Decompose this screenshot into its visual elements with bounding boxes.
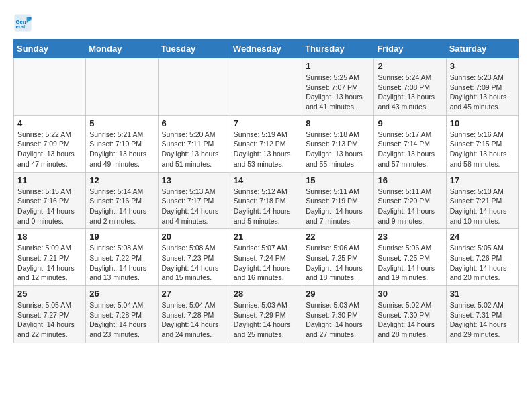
day-info: Sunrise: 5:21 AM Sunset: 7:10 PM Dayligh… — [89, 130, 154, 169]
day-info: Sunrise: 5:20 AM Sunset: 7:11 PM Dayligh… — [162, 130, 226, 169]
calendar-cell: 30Sunrise: 5:02 AM Sunset: 7:30 PM Dayli… — [374, 286, 446, 343]
calendar-cell — [86, 58, 158, 116]
day-number: 21 — [234, 232, 298, 242]
day-info: Sunrise: 5:16 AM Sunset: 7:15 PM Dayligh… — [450, 130, 515, 169]
day-info: Sunrise: 5:08 AM Sunset: 7:23 PM Dayligh… — [162, 243, 226, 283]
calendar-cell: 26Sunrise: 5:04 AM Sunset: 7:28 PM Dayli… — [86, 286, 158, 343]
header-wednesday: Wednesday — [230, 40, 302, 58]
calendar-cell: 5Sunrise: 5:21 AM Sunset: 7:10 PM Daylig… — [86, 115, 158, 172]
day-number: 17 — [450, 175, 515, 185]
calendar-cell: 18Sunrise: 5:09 AM Sunset: 7:21 PM Dayli… — [14, 229, 86, 286]
day-number: 16 — [378, 175, 442, 185]
header-saturday: Saturday — [446, 40, 518, 58]
day-number: 13 — [162, 175, 226, 185]
calendar-cell: 9Sunrise: 5:17 AM Sunset: 7:14 PM Daylig… — [374, 115, 446, 172]
day-number: 22 — [306, 232, 370, 242]
day-number: 29 — [306, 289, 370, 299]
day-number: 20 — [162, 232, 226, 242]
week-row-2: 4Sunrise: 5:22 AM Sunset: 7:09 PM Daylig… — [14, 115, 519, 172]
day-info: Sunrise: 5:02 AM Sunset: 7:31 PM Dayligh… — [450, 300, 515, 340]
day-number: 1 — [306, 61, 370, 71]
calendar-cell: 11Sunrise: 5:15 AM Sunset: 7:16 PM Dayli… — [14, 172, 86, 229]
header-sunday: Sunday — [14, 40, 86, 58]
day-info: Sunrise: 5:10 AM Sunset: 7:21 PM Dayligh… — [450, 187, 515, 226]
header-friday: Friday — [374, 40, 446, 58]
week-row-5: 25Sunrise: 5:05 AM Sunset: 7:27 PM Dayli… — [14, 286, 519, 343]
day-number: 3 — [450, 61, 515, 71]
week-row-3: 11Sunrise: 5:15 AM Sunset: 7:16 PM Dayli… — [14, 172, 519, 229]
calendar-cell: 8Sunrise: 5:18 AM Sunset: 7:13 PM Daylig… — [302, 115, 374, 172]
header-tuesday: Tuesday — [158, 40, 230, 58]
day-info: Sunrise: 5:14 AM Sunset: 7:16 PM Dayligh… — [89, 187, 154, 226]
day-number: 11 — [17, 175, 82, 185]
day-info: Sunrise: 5:19 AM Sunset: 7:12 PM Dayligh… — [234, 130, 298, 169]
logo: Gen eral — [13, 13, 35, 32]
week-row-4: 18Sunrise: 5:09 AM Sunset: 7:21 PM Dayli… — [14, 229, 519, 286]
day-number: 7 — [234, 118, 298, 128]
day-number: 12 — [89, 175, 154, 185]
calendar-cell: 27Sunrise: 5:04 AM Sunset: 7:28 PM Dayli… — [158, 286, 230, 343]
calendar-cell: 1Sunrise: 5:25 AM Sunset: 7:07 PM Daylig… — [302, 58, 374, 116]
day-info: Sunrise: 5:13 AM Sunset: 7:17 PM Dayligh… — [162, 187, 226, 226]
calendar-cell: 19Sunrise: 5:08 AM Sunset: 7:22 PM Dayli… — [86, 229, 158, 286]
day-info: Sunrise: 5:08 AM Sunset: 7:22 PM Dayligh… — [89, 243, 154, 283]
day-number: 18 — [17, 232, 82, 242]
day-number: 10 — [450, 118, 515, 128]
day-info: Sunrise: 5:22 AM Sunset: 7:09 PM Dayligh… — [17, 130, 82, 169]
day-number: 31 — [450, 289, 515, 299]
day-number: 24 — [450, 232, 515, 242]
day-info: Sunrise: 5:02 AM Sunset: 7:30 PM Dayligh… — [378, 300, 442, 340]
day-info: Sunrise: 5:15 AM Sunset: 7:16 PM Dayligh… — [17, 187, 82, 226]
day-info: Sunrise: 5:24 AM Sunset: 7:08 PM Dayligh… — [378, 73, 442, 112]
day-info: Sunrise: 5:23 AM Sunset: 7:09 PM Dayligh… — [450, 73, 515, 112]
calendar-cell: 6Sunrise: 5:20 AM Sunset: 7:11 PM Daylig… — [158, 115, 230, 172]
day-number: 6 — [162, 118, 226, 128]
day-number: 5 — [89, 118, 154, 128]
day-info: Sunrise: 5:05 AM Sunset: 7:27 PM Dayligh… — [17, 300, 82, 340]
calendar-cell: 31Sunrise: 5:02 AM Sunset: 7:31 PM Dayli… — [446, 286, 518, 343]
header-thursday: Thursday — [302, 40, 374, 58]
day-info: Sunrise: 5:12 AM Sunset: 7:18 PM Dayligh… — [234, 187, 298, 226]
day-info: Sunrise: 5:04 AM Sunset: 7:28 PM Dayligh… — [162, 300, 226, 340]
calendar-cell: 14Sunrise: 5:12 AM Sunset: 7:18 PM Dayli… — [230, 172, 302, 229]
day-info: Sunrise: 5:11 AM Sunset: 7:20 PM Dayligh… — [378, 187, 442, 226]
day-number: 26 — [89, 289, 154, 299]
calendar-cell: 7Sunrise: 5:19 AM Sunset: 7:12 PM Daylig… — [230, 115, 302, 172]
calendar-cell: 28Sunrise: 5:03 AM Sunset: 7:29 PM Dayli… — [230, 286, 302, 343]
logo-icon: Gen eral — [13, 13, 32, 32]
calendar-table: SundayMondayTuesdayWednesdayThursdayFrid… — [13, 39, 519, 343]
calendar-cell: 21Sunrise: 5:07 AM Sunset: 7:24 PM Dayli… — [230, 229, 302, 286]
day-info: Sunrise: 5:25 AM Sunset: 7:07 PM Dayligh… — [306, 73, 370, 112]
day-info: Sunrise: 5:06 AM Sunset: 7:25 PM Dayligh… — [306, 243, 370, 283]
day-number: 25 — [17, 289, 82, 299]
calendar-cell: 15Sunrise: 5:11 AM Sunset: 7:19 PM Dayli… — [302, 172, 374, 229]
calendar-cell: 3Sunrise: 5:23 AM Sunset: 7:09 PM Daylig… — [446, 58, 518, 116]
day-number: 27 — [162, 289, 226, 299]
day-number: 4 — [17, 118, 82, 128]
day-number: 9 — [378, 118, 442, 128]
svg-text:eral: eral — [16, 24, 26, 30]
header-monday: Monday — [86, 40, 158, 58]
day-info: Sunrise: 5:09 AM Sunset: 7:21 PM Dayligh… — [17, 243, 82, 283]
day-info: Sunrise: 5:17 AM Sunset: 7:14 PM Dayligh… — [378, 130, 442, 169]
day-number: 30 — [378, 289, 442, 299]
day-number: 8 — [306, 118, 370, 128]
calendar-cell: 17Sunrise: 5:10 AM Sunset: 7:21 PM Dayli… — [446, 172, 518, 229]
calendar-cell: 25Sunrise: 5:05 AM Sunset: 7:27 PM Dayli… — [14, 286, 86, 343]
day-info: Sunrise: 5:06 AM Sunset: 7:25 PM Dayligh… — [378, 243, 442, 283]
day-number: 2 — [378, 61, 442, 71]
calendar-cell — [14, 58, 86, 116]
calendar-cell: 23Sunrise: 5:06 AM Sunset: 7:25 PM Dayli… — [374, 229, 446, 286]
calendar-cell: 2Sunrise: 5:24 AM Sunset: 7:08 PM Daylig… — [374, 58, 446, 116]
day-info: Sunrise: 5:04 AM Sunset: 7:28 PM Dayligh… — [89, 300, 154, 340]
calendar-cell: 24Sunrise: 5:05 AM Sunset: 7:26 PM Dayli… — [446, 229, 518, 286]
day-number: 23 — [378, 232, 442, 242]
day-number: 19 — [89, 232, 154, 242]
day-number: 15 — [306, 175, 370, 185]
calendar-cell — [230, 58, 302, 116]
day-number: 14 — [234, 175, 298, 185]
day-info: Sunrise: 5:18 AM Sunset: 7:13 PM Dayligh… — [306, 130, 370, 169]
calendar-cell: 4Sunrise: 5:22 AM Sunset: 7:09 PM Daylig… — [14, 115, 86, 172]
day-info: Sunrise: 5:03 AM Sunset: 7:30 PM Dayligh… — [306, 300, 370, 340]
calendar-cell: 10Sunrise: 5:16 AM Sunset: 7:15 PM Dayli… — [446, 115, 518, 172]
